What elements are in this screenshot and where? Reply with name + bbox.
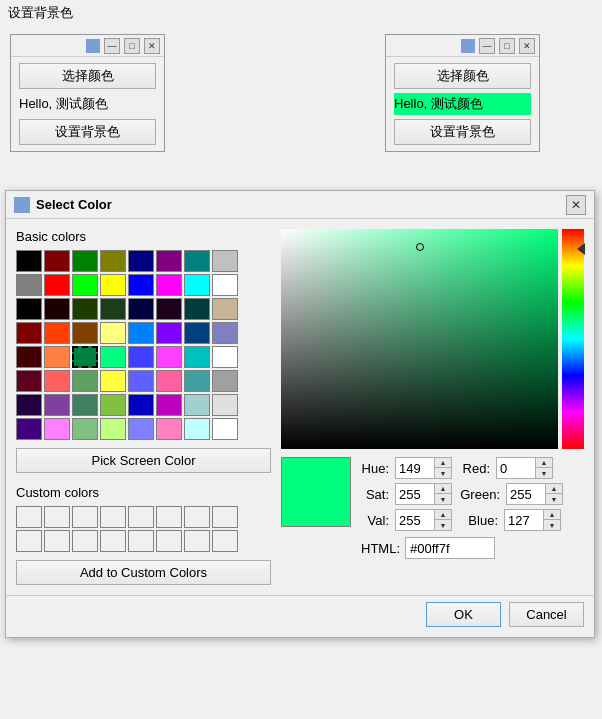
custom-color-cell-15[interactable]	[212, 530, 238, 552]
color-cell-42[interactable]	[72, 370, 98, 392]
color-cell-30[interactable]	[184, 322, 210, 344]
color-cell-58[interactable]	[72, 418, 98, 440]
custom-color-cell-4[interactable]	[128, 506, 154, 528]
color-cell-18[interactable]	[72, 298, 98, 320]
color-cell-5[interactable]	[156, 250, 182, 272]
val-spin-up[interactable]: ▲	[435, 510, 451, 520]
color-cell-25[interactable]	[44, 322, 70, 344]
custom-color-cell-13[interactable]	[156, 530, 182, 552]
green-input[interactable]	[507, 484, 545, 504]
color-cell-44[interactable]	[128, 370, 154, 392]
color-cell-34[interactable]	[72, 346, 98, 368]
color-cell-11[interactable]	[100, 274, 126, 296]
color-cell-12[interactable]	[128, 274, 154, 296]
custom-color-cell-12[interactable]	[128, 530, 154, 552]
custom-color-cell-5[interactable]	[156, 506, 182, 528]
color-cell-21[interactable]	[156, 298, 182, 320]
custom-color-cell-8[interactable]	[16, 530, 42, 552]
color-cell-22[interactable]	[184, 298, 210, 320]
color-cell-33[interactable]	[44, 346, 70, 368]
color-cell-56[interactable]	[16, 418, 42, 440]
window2-choose-color-btn[interactable]: 选择颜色	[394, 63, 531, 89]
color-cell-0[interactable]	[16, 250, 42, 272]
color-field[interactable]	[281, 229, 558, 449]
blue-input[interactable]	[505, 510, 543, 530]
custom-color-cell-0[interactable]	[16, 506, 42, 528]
color-cell-1[interactable]	[44, 250, 70, 272]
color-cell-29[interactable]	[156, 322, 182, 344]
color-cell-26[interactable]	[72, 322, 98, 344]
color-cell-49[interactable]	[44, 394, 70, 416]
window2-minimize-btn[interactable]: —	[479, 38, 495, 54]
color-cell-31[interactable]	[212, 322, 238, 344]
color-cell-8[interactable]	[16, 274, 42, 296]
dialog-close-btn[interactable]: ✕	[566, 195, 586, 215]
custom-color-cell-11[interactable]	[100, 530, 126, 552]
sat-spinbox[interactable]: ▲ ▼	[395, 483, 452, 505]
color-cell-27[interactable]	[100, 322, 126, 344]
color-cell-9[interactable]	[44, 274, 70, 296]
custom-color-cell-3[interactable]	[100, 506, 126, 528]
color-cell-35[interactable]	[100, 346, 126, 368]
color-cell-53[interactable]	[156, 394, 182, 416]
color-cell-28[interactable]	[128, 322, 154, 344]
custom-color-cell-1[interactable]	[44, 506, 70, 528]
hue-spin-up[interactable]: ▲	[435, 458, 451, 468]
hue-slider[interactable]	[562, 229, 584, 449]
color-cell-63[interactable]	[212, 418, 238, 440]
sat-spin-down[interactable]: ▼	[435, 494, 451, 504]
color-cell-41[interactable]	[44, 370, 70, 392]
ok-button[interactable]: OK	[426, 602, 501, 627]
color-cell-50[interactable]	[72, 394, 98, 416]
custom-color-cell-9[interactable]	[44, 530, 70, 552]
color-cell-48[interactable]	[16, 394, 42, 416]
color-cell-6[interactable]	[184, 250, 210, 272]
red-spinbox[interactable]: ▲ ▼	[496, 457, 553, 479]
window1-maximize-btn[interactable]: □	[124, 38, 140, 54]
color-cell-17[interactable]	[44, 298, 70, 320]
color-cell-4[interactable]	[128, 250, 154, 272]
hue-spin-down[interactable]: ▼	[435, 468, 451, 478]
color-cell-20[interactable]	[128, 298, 154, 320]
color-cell-43[interactable]	[100, 370, 126, 392]
color-cell-15[interactable]	[212, 274, 238, 296]
blue-spin-up[interactable]: ▲	[544, 510, 560, 520]
color-cell-19[interactable]	[100, 298, 126, 320]
red-spin-up[interactable]: ▲	[536, 458, 552, 468]
color-cell-51[interactable]	[100, 394, 126, 416]
sat-input[interactable]	[396, 484, 434, 504]
color-cell-52[interactable]	[128, 394, 154, 416]
color-cell-57[interactable]	[44, 418, 70, 440]
window1-set-bg-btn[interactable]: 设置背景色	[19, 119, 156, 145]
custom-color-cell-6[interactable]	[184, 506, 210, 528]
color-cell-2[interactable]	[72, 250, 98, 272]
cancel-button[interactable]: Cancel	[509, 602, 584, 627]
custom-color-cell-2[interactable]	[72, 506, 98, 528]
color-cell-32[interactable]	[16, 346, 42, 368]
red-spin-down[interactable]: ▼	[536, 468, 552, 478]
blue-spinbox[interactable]: ▲ ▼	[504, 509, 561, 531]
color-cell-3[interactable]	[100, 250, 126, 272]
add-custom-colors-btn[interactable]: Add to Custom Colors	[16, 560, 271, 585]
val-spinbox[interactable]: ▲ ▼	[395, 509, 452, 531]
green-spin-down[interactable]: ▼	[546, 494, 562, 504]
val-spin-down[interactable]: ▼	[435, 520, 451, 530]
color-cell-36[interactable]	[128, 346, 154, 368]
color-cell-45[interactable]	[156, 370, 182, 392]
color-cell-61[interactable]	[156, 418, 182, 440]
green-spin-up[interactable]: ▲	[546, 484, 562, 494]
sat-spin-up[interactable]: ▲	[435, 484, 451, 494]
color-cell-54[interactable]	[184, 394, 210, 416]
window2-maximize-btn[interactable]: □	[499, 38, 515, 54]
custom-color-cell-14[interactable]	[184, 530, 210, 552]
red-input[interactable]	[497, 458, 535, 478]
custom-color-cell-10[interactable]	[72, 530, 98, 552]
color-cell-59[interactable]	[100, 418, 126, 440]
html-color-input[interactable]	[405, 537, 495, 559]
hue-input[interactable]	[396, 458, 434, 478]
color-cell-60[interactable]	[128, 418, 154, 440]
color-cell-37[interactable]	[156, 346, 182, 368]
color-cell-14[interactable]	[184, 274, 210, 296]
green-spinbox[interactable]: ▲ ▼	[506, 483, 563, 505]
color-cell-46[interactable]	[184, 370, 210, 392]
